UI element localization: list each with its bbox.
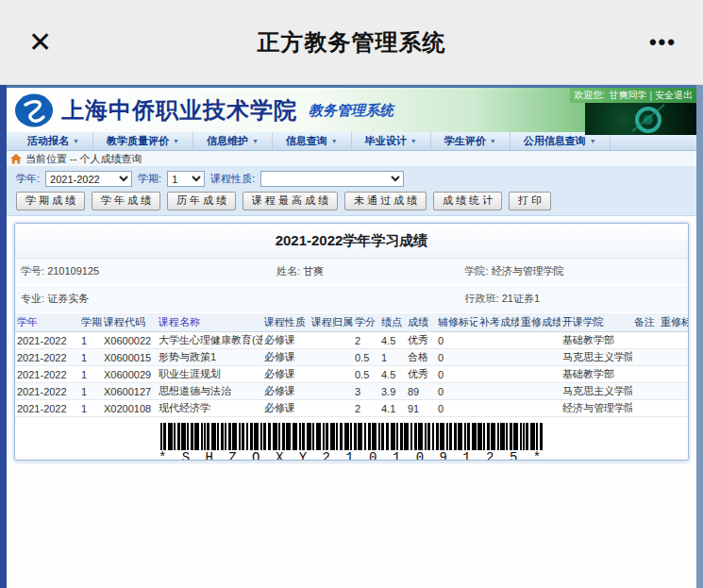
chevron-down-icon: ▼ [331,138,338,144]
action-button-0[interactable]: 学期成绩 [16,192,85,210]
more-menu-icon[interactable]: ••• [644,26,682,59]
toolbar-area: 学年: 2021-2022 学期: 1 课程性质: 学期成绩学年成绩历年成绩课程… [7,167,696,216]
action-button-1[interactable]: 学年成绩 [92,192,160,210]
col-header-10: 补考成绩 [477,313,519,332]
report-panel: 2021-2022学年学习成绩 学号: 210109125 姓名: 甘爽 学院:… [14,223,689,461]
year-select[interactable]: 2021-2022 [45,171,132,187]
logout-link[interactable]: 安全退出 [655,89,693,102]
breadcrumb: 当前位置 -- 个人成绩查询 [7,151,696,167]
barcode: * S H Z Q X Y 2 1 0 1 0 9 1 2 5 * [15,423,688,461]
student-class: 行政班: 21证券1 [460,285,688,312]
nav-item-2[interactable]: 信息维护▼ [193,132,273,150]
banner: 上海中侨职业技术学院 教务管理系统 欢迎您: 甘爽同学 | 安全退出 [7,85,696,132]
year-label: 学年: [16,172,40,186]
close-icon[interactable]: ✕ [21,25,59,60]
col-header-0[interactable]: 学年 [15,313,79,332]
col-header-4: 课程性质 [262,313,310,332]
action-button-5[interactable]: 成绩统计 [433,192,502,210]
chevron-down-icon: ▼ [590,138,596,144]
web-page: 上海中侨职业技术学院 教务管理系统 欢迎您: 甘爽同学 | 安全退出 活动报名▼… [0,85,703,588]
student-college: 学院: 经济与管理学院 [460,259,688,285]
col-header-7: 绩点 [379,313,406,332]
student-info: 学号: 210109125 姓名: 甘爽 学院: 经济与管理学院 专业: 证券实… [15,259,688,313]
school-logo-icon [14,92,54,128]
table-row: 2021-20221X0600029职业生涯规划必修课0.54.5优秀0基础教学… [15,366,689,383]
col-header-8: 成绩 [406,313,436,332]
barcode-text: * S H Z Q X Y 2 1 0 1 0 9 1 2 5 * [159,450,544,461]
home-icon [10,154,22,164]
action-button-3[interactable]: 课程最高成绩 [243,192,338,210]
nav-bar: 活动报名▼教学质量评价▼信息维护▼信息查询▼毕业设计▼学生评价▼公用信息查询▼ [7,132,696,151]
chevron-down-icon: ▼ [490,138,496,144]
username: 甘爽同学 [609,89,646,102]
chevron-down-icon: ▼ [173,138,179,144]
course-type-label: 课程性质: [210,172,255,186]
term-select[interactable]: 1 [167,171,205,187]
col-header-2: 课程代码 [102,313,157,332]
table-row: 2021-20221X0200108现代经济学必修课24.1910经济与管理学院 [15,400,689,417]
welcome-separator: | [649,91,652,101]
col-header-11: 重修成绩 [519,313,561,332]
barcode-bars [160,423,544,450]
left-edge-strip [0,85,7,588]
student-major: 专业: 证券实务 [15,285,271,312]
table-row: 2021-20221X0600022大学生心理健康教育(选)必修课24.5优秀0… [15,332,689,349]
info-blank [271,285,460,312]
page-title: 正方教务管理系统 [258,27,446,58]
welcome-bar: 欢迎您: 甘爽同学 | 安全退出 [570,88,696,103]
welcome-prefix: 欢迎您: [574,89,605,102]
chevron-down-icon: ▼ [252,138,259,144]
col-header-9: 辅修标记 [436,313,477,332]
nav-item-0[interactable]: 活动报名▼ [14,132,93,150]
col-header-14: 重修标记 [659,313,689,332]
system-name: 教务管理系统 [309,102,393,120]
table-row: 2021-20221X0600015形势与政策1必修课0.51合格0马克思主义学… [15,349,689,366]
col-header-3[interactable]: 课程名称 [157,313,262,332]
browser-header: ✕ 正方教务管理系统 ••• [0,0,703,85]
action-button-4[interactable]: 未通过成绩 [344,192,427,210]
col-header-12: 开课学院 [561,313,632,332]
chevron-down-icon: ▼ [73,138,79,144]
table-row: 2021-20221X0600127思想道德与法治必修课33.9890马克思主义… [15,383,689,400]
nav-item-1[interactable]: 教学质量评价▼ [93,132,193,150]
col-header-6: 学分 [353,313,379,332]
term-label: 学期: [138,172,161,186]
nav-item-3[interactable]: 信息查询▼ [273,132,352,150]
col-header-5: 课程归属 [310,313,353,332]
school-name: 上海中侨职业技术学院 [61,95,297,126]
action-button-row: 学期成绩学年成绩历年成绩课程最高成绩未通过成绩成绩统计打印 [16,192,696,210]
col-header-1: 学期 [79,313,102,332]
student-name: 姓名: 甘爽 [271,259,460,285]
col-header-13: 备注 [632,313,659,332]
nav-item-4[interactable]: 毕业设计▼ [352,132,431,150]
grades-table: 学年学期课程代码课程名称课程性质课程归属学分绩点成绩辅修标记补考成绩重修成绩开课… [15,313,689,417]
action-button-2[interactable]: 历年成绩 [167,192,236,210]
banner-decoration [585,103,696,135]
student-id: 学号: 210109125 [15,259,271,285]
nav-item-5[interactable]: 学生评价▼ [431,132,511,150]
right-edge-strip [696,85,703,588]
action-button-6[interactable]: 打印 [509,192,551,210]
chevron-down-icon: ▼ [410,138,417,144]
breadcrumb-label: 当前位置 -- 个人成绩查询 [25,152,142,166]
course-type-select[interactable] [260,171,404,187]
report-title: 2021-2022学年学习成绩 [15,224,688,259]
